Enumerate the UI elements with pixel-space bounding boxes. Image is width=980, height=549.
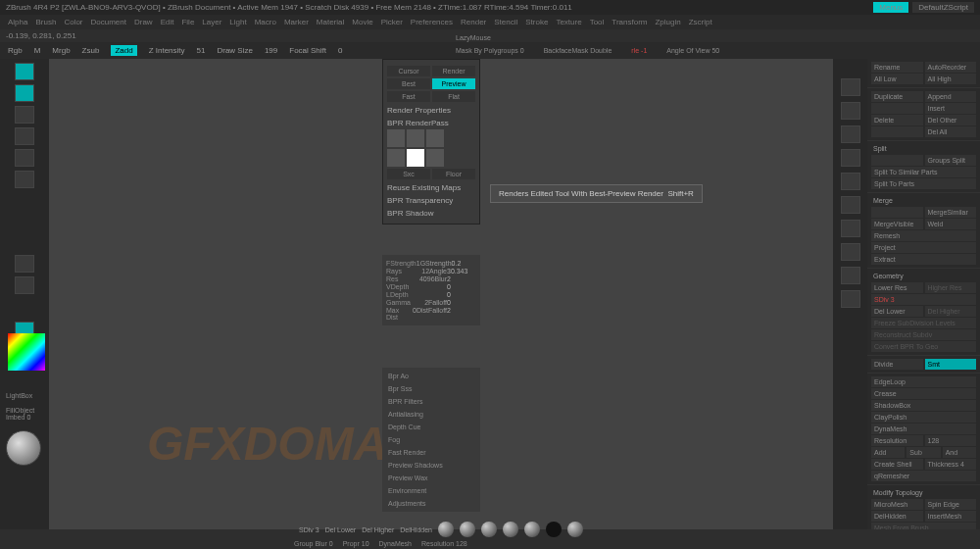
menu-antialiasing[interactable]: Antialiasing bbox=[384, 408, 478, 421]
menu-adjustments[interactable]: Adjustments bbox=[384, 497, 478, 510]
pass-thumb[interactable] bbox=[426, 129, 444, 147]
lower-res[interactable]: Lower Res bbox=[871, 282, 923, 293]
menu-tool[interactable]: Tool bbox=[590, 18, 605, 26]
pass-thumb[interactable] bbox=[426, 149, 444, 167]
pass-thumb[interactable] bbox=[407, 129, 424, 147]
matcap-sphere[interactable] bbox=[546, 522, 562, 537]
menu-picker[interactable]: Picker bbox=[381, 18, 403, 26]
preview-render[interactable]: Preview bbox=[432, 78, 475, 89]
tool-icon[interactable] bbox=[15, 63, 34, 80]
menu-preview-wax[interactable]: Preview Wax bbox=[384, 472, 478, 484]
menu-color[interactable]: Color bbox=[64, 18, 82, 26]
lazymouse-toggle[interactable]: LazyMouse bbox=[456, 34, 491, 41]
drawsize-value[interactable]: 199 bbox=[265, 46, 277, 55]
pass-thumb[interactable] bbox=[387, 149, 405, 167]
menu-texture[interactable]: Texture bbox=[556, 18, 581, 26]
tool-icon[interactable] bbox=[15, 149, 34, 167]
pass-thumb[interactable] bbox=[407, 149, 424, 167]
sxc-button[interactable]: Sxc bbox=[387, 169, 430, 179]
menu-marker[interactable]: Marker bbox=[284, 18, 309, 26]
menu-edit[interactable]: Edit bbox=[161, 18, 174, 26]
menu-light[interactable]: Light bbox=[229, 18, 246, 26]
duplicate-button[interactable]: Duplicate bbox=[871, 91, 923, 102]
menu-material[interactable]: Material bbox=[317, 18, 344, 26]
flat-render[interactable]: Flat bbox=[432, 91, 475, 102]
default-script-button[interactable]: DefaultZScript bbox=[912, 2, 974, 13]
matcap-sphere[interactable] bbox=[567, 522, 583, 537]
delhidden-button[interactable]: DelHidden bbox=[400, 526, 432, 533]
pass-thumb[interactable] bbox=[387, 129, 405, 147]
matcap-sphere[interactable] bbox=[438, 522, 454, 537]
right-icon[interactable] bbox=[841, 125, 860, 143]
right-icon[interactable] bbox=[841, 220, 860, 237]
focalshift-value[interactable]: 0 bbox=[338, 46, 342, 55]
matcap-sphere[interactable] bbox=[460, 522, 475, 537]
matcap-sphere[interactable] bbox=[503, 522, 518, 537]
mask-polygroups[interactable]: Mask By Polygroups 0 bbox=[456, 47, 524, 54]
divide-button[interactable]: Divide bbox=[871, 359, 923, 370]
menu-layer[interactable]: Layer bbox=[202, 18, 221, 26]
menu-bpr-sss[interactable]: Bpr Sss bbox=[384, 382, 478, 395]
floor-button[interactable]: Floor bbox=[432, 169, 475, 179]
menu-bpr-filters[interactable]: BPR Filters bbox=[384, 395, 478, 408]
menu-file[interactable]: File bbox=[181, 18, 194, 26]
lightbox-button[interactable]: LightBox bbox=[6, 392, 41, 399]
material-sphere[interactable] bbox=[6, 430, 41, 466]
menu-preview-shadows[interactable]: Preview Shadows bbox=[384, 459, 478, 472]
color-picker[interactable] bbox=[8, 333, 45, 371]
menu-bpr-ao[interactable]: Bpr Ao bbox=[384, 370, 478, 382]
menus-button[interactable]: Menus bbox=[873, 2, 908, 13]
matcap-sphere[interactable] bbox=[481, 522, 497, 537]
fast-render[interactable]: Fast bbox=[387, 91, 430, 102]
delete-button[interactable]: Delete bbox=[871, 115, 923, 125]
viewport-canvas[interactable]: Cursor Render Best Preview Fast Flat Ren… bbox=[49, 59, 833, 529]
menu-transform[interactable]: Transform bbox=[612, 18, 647, 26]
menu-environment[interactable]: Environment bbox=[384, 484, 478, 497]
menu-zscript[interactable]: Zscript bbox=[689, 18, 712, 26]
bpr-shadow[interactable]: BPR Shadow bbox=[387, 209, 475, 218]
best-render[interactable]: Best bbox=[387, 78, 430, 89]
fillobject-button[interactable]: FillObject bbox=[6, 407, 41, 414]
menu-depth-cue[interactable]: Depth Cue bbox=[384, 421, 478, 433]
tool-icon[interactable] bbox=[15, 171, 34, 188]
rle-value[interactable]: rle -1 bbox=[631, 47, 647, 54]
menu-stroke[interactable]: Stroke bbox=[525, 18, 548, 26]
menu-document[interactable]: Document bbox=[91, 18, 126, 26]
tool-icon[interactable] bbox=[15, 106, 34, 124]
imbed-value[interactable]: Imbed 0 bbox=[6, 414, 41, 421]
cursor-tab[interactable]: Cursor bbox=[387, 66, 430, 76]
matcap-sphere[interactable] bbox=[524, 522, 540, 537]
mrgb-mode[interactable]: Mrgb bbox=[52, 46, 70, 55]
right-icon[interactable] bbox=[841, 196, 860, 214]
autoreorder-button[interactable]: AutoReorder bbox=[925, 62, 977, 73]
right-icon[interactable] bbox=[841, 267, 860, 284]
angle-of-view[interactable]: Angle Of View 50 bbox=[666, 47, 719, 54]
menu-stencil[interactable]: Stencil bbox=[494, 18, 517, 26]
dynamesh-button[interactable]: DynaMesh bbox=[871, 424, 976, 434]
m-mode[interactable]: M bbox=[34, 46, 41, 55]
right-icon[interactable] bbox=[841, 173, 860, 190]
right-icon[interactable] bbox=[841, 290, 860, 308]
tool-icon[interactable] bbox=[15, 127, 34, 145]
del-higher-button[interactable]: Del Higher bbox=[362, 526, 394, 533]
texture-slot[interactable] bbox=[15, 276, 34, 294]
backface-mask[interactable]: BackfaceMask Double bbox=[544, 47, 612, 54]
right-icon[interactable] bbox=[841, 102, 860, 120]
zadd-mode[interactable]: Zadd bbox=[111, 45, 136, 56]
dynamesh-bottom[interactable]: DynaMesh bbox=[379, 540, 412, 547]
menu-draw[interactable]: Draw bbox=[134, 18, 153, 26]
render-tab[interactable]: Render bbox=[432, 66, 475, 76]
zintensity-value[interactable]: 51 bbox=[197, 46, 206, 55]
menu-macro[interactable]: Macro bbox=[255, 18, 276, 26]
bpr-transparency[interactable]: BPR Transparency bbox=[387, 196, 475, 205]
menu-render[interactable]: Render bbox=[461, 18, 486, 26]
right-icon[interactable] bbox=[841, 243, 860, 261]
menu-brush[interactable]: Brush bbox=[35, 18, 56, 26]
menu-zplugin[interactable]: Zplugin bbox=[655, 18, 680, 26]
menu-movie[interactable]: Movie bbox=[352, 18, 372, 26]
del-lower-button[interactable]: Del Lower bbox=[325, 526, 357, 533]
menu-alpha[interactable]: Alpha bbox=[8, 18, 27, 26]
sdiv-value[interactable]: SDiv 3 bbox=[299, 526, 319, 533]
zsub-mode[interactable]: Zsub bbox=[82, 46, 100, 55]
tool-icon[interactable] bbox=[15, 84, 34, 102]
